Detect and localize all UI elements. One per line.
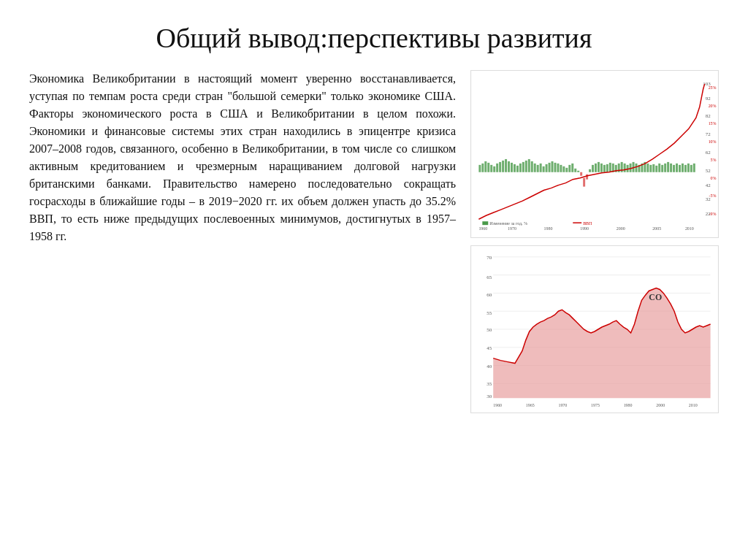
svg-rect-83: [667, 161, 669, 172]
svg-rect-72: [636, 163, 638, 172]
svg-rect-79: [655, 165, 657, 172]
svg-text:25%: 25%: [709, 85, 717, 89]
svg-text:60: 60: [486, 292, 492, 297]
svg-rect-34: [525, 161, 527, 172]
svg-rect-27: [505, 159, 507, 172]
svg-rect-59: [598, 161, 600, 172]
svg-text:1975: 1975: [591, 403, 600, 407]
svg-text:92: 92: [706, 95, 711, 100]
svg-rect-81: [661, 164, 663, 172]
svg-text:1960: 1960: [493, 403, 502, 407]
svg-rect-68: [624, 163, 626, 172]
svg-text:-9%: -9%: [709, 212, 717, 216]
svg-rect-25: [499, 161, 501, 172]
svg-rect-57: [592, 164, 594, 172]
svg-rect-0: [471, 71, 717, 237]
svg-text:1990: 1990: [580, 226, 589, 231]
svg-text:1970: 1970: [558, 403, 567, 407]
svg-rect-46: [560, 164, 562, 172]
svg-rect-49: [568, 164, 570, 172]
svg-rect-45: [557, 163, 559, 172]
svg-text:82: 82: [706, 113, 711, 118]
svg-text:50: 50: [486, 327, 492, 332]
content-area: Экономика Великобритании в настоящий мом…: [29, 70, 719, 413]
svg-rect-89: [684, 164, 687, 172]
svg-rect-88: [682, 163, 684, 172]
body-text: Экономика Великобритании в настоящий мом…: [29, 70, 456, 245]
svg-text:2000: 2000: [656, 403, 665, 407]
svg-rect-42: [549, 162, 551, 172]
svg-rect-44: [554, 162, 556, 172]
svg-rect-19: [481, 163, 484, 172]
svg-text:5%: 5%: [711, 158, 717, 162]
svg-text:72: 72: [706, 131, 711, 137]
svg-rect-32: [519, 163, 522, 172]
svg-text:-5%: -5%: [709, 193, 717, 198]
svg-rect-54: [583, 177, 585, 186]
svg-rect-47: [562, 166, 565, 172]
svg-rect-40: [543, 166, 545, 172]
svg-rect-61: [603, 164, 606, 172]
svg-text:1960: 1960: [478, 226, 487, 231]
svg-text:2010: 2010: [685, 226, 694, 231]
svg-rect-58: [595, 163, 597, 172]
svg-text:1965: 1965: [526, 403, 535, 407]
svg-text:62: 62: [706, 150, 711, 155]
svg-text:15%: 15%: [709, 121, 717, 126]
chart-bottom: 70 65 60 55 50 45 40 35 30: [470, 245, 719, 413]
svg-rect-87: [679, 164, 681, 172]
svg-text:2000: 2000: [617, 226, 625, 231]
svg-text:1980: 1980: [544, 226, 553, 231]
svg-text:30: 30: [486, 394, 492, 399]
svg-rect-100: [482, 221, 488, 225]
svg-text:52: 52: [706, 167, 711, 172]
svg-rect-21: [487, 162, 489, 172]
chart-top: 103 92 82 72 62 52 42 32 22 25% 20% 15% …: [470, 70, 719, 238]
svg-rect-28: [508, 161, 510, 172]
svg-text:70: 70: [486, 254, 492, 259]
svg-rect-50: [571, 163, 573, 172]
svg-text:65: 65: [486, 274, 492, 279]
svg-text:55: 55: [486, 310, 492, 315]
svg-rect-20: [484, 161, 486, 172]
svg-text:20%: 20%: [709, 103, 717, 107]
svg-rect-55: [586, 174, 588, 179]
svg-text:45: 45: [486, 345, 492, 350]
svg-rect-77: [649, 164, 652, 172]
charts-column: 103 92 82 72 62 52 42 32 22 25% 20% 15% …: [470, 70, 719, 413]
svg-rect-78: [652, 164, 654, 172]
svg-rect-51: [574, 168, 576, 172]
svg-rect-48: [565, 167, 568, 172]
svg-rect-56: [589, 169, 591, 172]
svg-rect-84: [670, 163, 672, 172]
page-title: Общий вывод:перспективы развития: [29, 22, 719, 55]
svg-rect-18: [478, 164, 481, 172]
svg-rect-82: [664, 163, 666, 172]
svg-rect-37: [534, 163, 536, 172]
svg-rect-41: [546, 164, 548, 172]
svg-text:Изменение за год, %: Изменение за год, %: [489, 221, 527, 226]
svg-rect-92: [693, 163, 695, 172]
svg-text:1980: 1980: [624, 403, 633, 407]
svg-rect-24: [496, 163, 498, 172]
svg-rect-63: [609, 162, 611, 172]
svg-text:10%: 10%: [709, 139, 717, 144]
svg-rect-53: [580, 172, 582, 175]
svg-text:42: 42: [706, 182, 711, 187]
svg-rect-70: [630, 163, 632, 172]
svg-rect-76: [646, 163, 649, 172]
svg-rect-26: [502, 161, 504, 172]
svg-text:CO: CO: [649, 292, 662, 302]
svg-rect-23: [493, 166, 495, 172]
svg-rect-52: [577, 170, 579, 172]
svg-rect-90: [687, 163, 690, 172]
svg-rect-22: [490, 164, 492, 172]
svg-text:0%: 0%: [711, 175, 717, 180]
svg-rect-62: [606, 164, 608, 172]
svg-text:1970: 1970: [508, 226, 516, 231]
svg-rect-38: [537, 164, 539, 172]
svg-text:ВВП: ВВП: [583, 221, 592, 226]
svg-rect-86: [676, 163, 678, 172]
svg-rect-30: [514, 164, 516, 172]
svg-rect-36: [531, 161, 533, 172]
